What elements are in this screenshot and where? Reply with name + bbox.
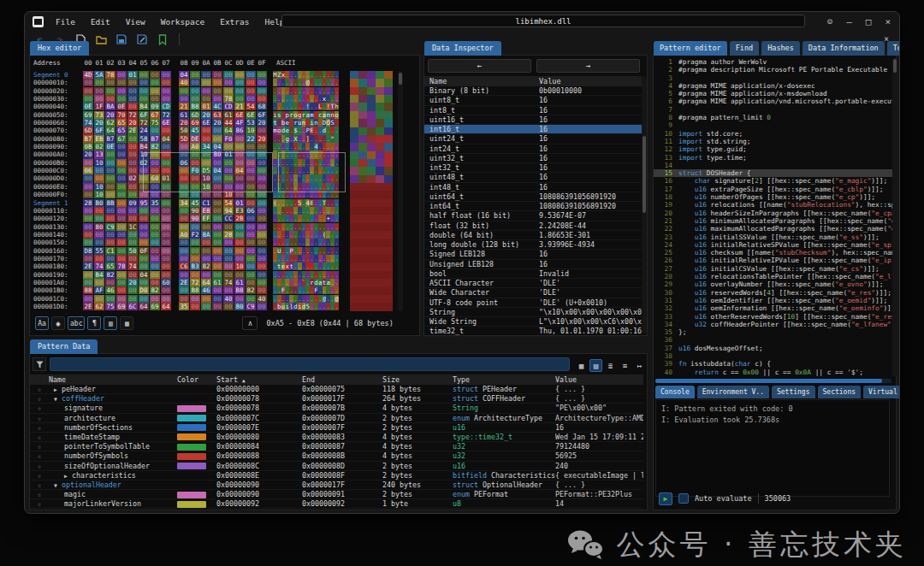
hex-byte[interactable]: 64 [105,127,116,134]
hex-byte[interactable]: 10 [223,191,234,198]
hex-byte[interactable]: 20 [94,119,104,127]
hex-byte[interactable]: B4 [94,271,104,279]
hex-byte[interactable]: 00 [179,239,189,246]
hex-byte[interactable]: 00 [179,174,189,182]
hex-byte[interactable]: 00 [179,87,189,95]
hex-byte[interactable]: 00 [150,167,160,174]
save-as-icon[interactable] [136,33,148,45]
hex-byte[interactable]: 00 [257,127,267,134]
hex-byte[interactable]: 00 [212,247,222,255]
hex-byte[interactable]: 00 [257,207,267,215]
hex-byte[interactable]: 00 [234,239,245,246]
hex-byte[interactable]: 00 [116,215,127,222]
favorite-star-icon[interactable]: ☆ [30,442,49,451]
hex-byte[interactable]: 00 [212,159,222,167]
hex-byte[interactable]: 00 [246,223,256,231]
hex-byte[interactable]: C6 [179,262,189,270]
hex-byte[interactable]: B7 [83,135,93,143]
minimize-button[interactable]: – [846,16,852,27]
hex-byte[interactable]: 1C [127,223,138,231]
hex-byte[interactable]: 73 [94,111,104,119]
hex-byte[interactable]: 00 [94,174,104,182]
favorite-star-icon[interactable]: ☆ [30,404,49,412]
hex-byte[interactable]: 00 [116,286,127,294]
hex-byte[interactable]: 00 [105,239,116,246]
hex-byte[interactable]: 00 [223,286,234,294]
hex-byte[interactable]: 6F [257,111,267,119]
hex-byte[interactable]: 34 [179,199,189,207]
hex-byte[interactable]: 00 [201,135,211,143]
hex-byte[interactable]: F0 [190,167,200,174]
ascii-char[interactable]: . [335,79,339,86]
grid-button[interactable]: ▦ [120,316,133,330]
hex-byte[interactable]: 00 [116,143,127,150]
hex-byte[interactable]: 00 [201,79,211,86]
hex-byte[interactable]: 00 [234,191,245,198]
hex-byte[interactable]: 13 [94,150,104,158]
hex-byte[interactable]: 0E [83,103,93,110]
tab-console[interactable]: Console [655,386,695,398]
hex-byte[interactable]: 00 [105,191,116,198]
menu-file[interactable]: File [56,17,75,27]
hex-byte[interactable]: 72 [161,111,171,119]
hex-byte[interactable]: 00 [83,191,93,198]
hex-byte[interactable]: 00 [150,183,160,191]
hex-byte[interactable]: 00 [201,127,211,134]
hex-byte[interactable]: 00 [94,87,104,95]
hex-byte[interactable]: 00 [257,143,267,150]
hex-byte[interactable]: 00 [246,231,256,239]
hex-byte[interactable]: 00 [179,95,189,103]
hex-byte[interactable]: EF [201,215,211,222]
favorite-star-icon[interactable]: ☆ [30,462,49,470]
hex-byte[interactable]: 20 [212,119,222,127]
hex-byte[interactable]: 78 [105,71,116,79]
hex-byte[interactable]: 74 [223,279,234,286]
hex-byte[interactable]: 00 [139,87,149,95]
hex-byte[interactable]: 00 [223,262,234,270]
ascii-char[interactable]: . [335,150,339,158]
hex-byte[interactable]: 00 [190,150,200,158]
ascii-char[interactable] [335,135,339,143]
hex-byte[interactable]: 00 [94,79,104,86]
inspector-row[interactable]: Signed LEB12816 [424,250,642,259]
hex-byte[interactable]: 00 [116,150,127,158]
hex-byte[interactable]: 00 [223,303,234,310]
hex-byte[interactable]: 01 [161,174,171,182]
hex-byte[interactable]: 20 [127,119,138,127]
code-line[interactable]: 40 return c == 0x00 || c == 0x0A || c ==… [654,368,892,376]
hex-byte[interactable]: 80 [234,303,245,310]
hex-byte[interactable]: 28 [223,231,234,239]
ascii-char[interactable]: . [335,231,339,239]
hex-byte[interactable]: 02 [94,143,104,150]
hex-byte[interactable]: B8 [234,286,245,294]
code-line[interactable]: 26 u16 initialRelativeIPValue [[hex::spe… [654,256,892,264]
hex-byte[interactable]: 5A [94,71,104,79]
hex-byte[interactable]: 04 [161,135,171,143]
code-line[interactable]: 6#pragma MIME application/vnd.microsoft.… [654,97,892,105]
hex-byte[interactable]: 00 [161,143,171,150]
hex-byte[interactable]: 00 [179,295,189,303]
code-line[interactable]: 8#pragma pattern_limit 0 [654,114,892,121]
hex-byte[interactable]: 00 [190,223,200,231]
hex-byte[interactable]: 00 [257,159,267,167]
hex-byte[interactable]: 00 [246,183,256,191]
hex-byte[interactable]: 10 [94,159,104,167]
hex-byte[interactable]: 00 [116,207,127,215]
hex-byte[interactable]: 80 [94,223,104,231]
hex-byte[interactable]: 67 [116,135,127,143]
hex-byte[interactable]: B7 [150,135,160,143]
hex-byte[interactable]: 00 [179,215,189,222]
hex-byte[interactable]: 00 [246,159,256,167]
code-line[interactable]: 17 u16 extraPageSize [[hex::spec_name("e… [654,186,892,193]
hex-byte[interactable]: 00 [257,87,267,95]
hex-byte[interactable]: 00 [234,95,245,103]
console-output[interactable]: I: Pattern exited with code: 0I: Evaluat… [655,399,890,497]
open-folder-icon[interactable] [95,33,107,45]
hex-byte[interactable]: 00 [150,223,160,231]
pattern-data-row[interactable]: ☆numberOfSymbols0x000000880x0000008B4 by… [30,451,643,461]
tab-virtual-file-[interactable]: Virtual File.. [863,386,900,398]
pattern-data-row[interactable]: ☆signature0x000000780x0000007B4 bytesStr… [30,404,643,413]
hex-byte[interactable]: 60 [161,279,171,286]
hex-byte[interactable]: 00 [116,183,127,191]
hex-byte[interactable]: 0B [83,143,93,150]
